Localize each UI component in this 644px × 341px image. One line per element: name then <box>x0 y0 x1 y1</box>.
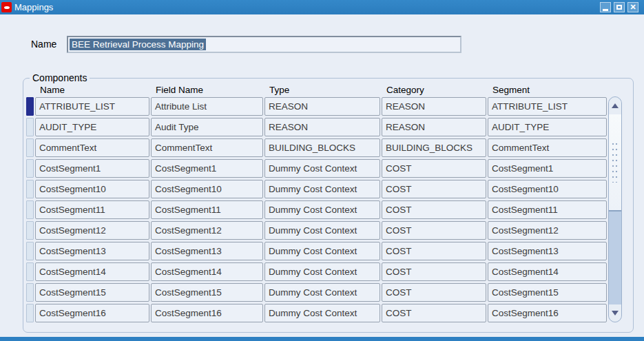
table-row: AUDIT_TYPE Audit Type REASON REASON AUDI… <box>26 118 607 136</box>
column-header-name: Name <box>40 85 65 95</box>
close-icon: ✕ <box>630 3 636 11</box>
cell-type[interactable]: REASON <box>264 118 380 136</box>
cell-field-name[interactable]: CostSegment11 <box>151 200 263 219</box>
cell-segment[interactable]: ATTRIBUTE_LIST <box>488 97 607 116</box>
cell-name[interactable]: CostSegment15 <box>35 283 149 302</box>
column-header-type: Type <box>269 85 289 95</box>
table-row: CostSegment15 CostSegment15 Dummy Cost C… <box>26 283 607 302</box>
vertical-scrollbar[interactable] <box>608 96 622 322</box>
cell-type[interactable]: REASON <box>264 97 380 116</box>
cell-category[interactable]: BUILDING_BLOCKS <box>382 138 486 157</box>
table-row: CommentText CommentText BUILDING_BLOCKS … <box>26 138 607 157</box>
record-selector[interactable] <box>26 242 34 260</box>
cell-name[interactable]: CostSegment11 <box>35 200 149 219</box>
cell-segment[interactable]: CostSegment12 <box>488 221 607 240</box>
scrollbar-grip-icon <box>612 143 619 183</box>
cell-name[interactable]: ATTRIBUTE_LIST <box>35 97 149 116</box>
cell-segment[interactable]: CostSegment11 <box>488 200 607 219</box>
record-selector[interactable] <box>26 304 34 322</box>
minimize-button[interactable] <box>600 2 611 12</box>
table-row: CostSegment11 CostSegment11 Dummy Cost C… <box>26 200 607 219</box>
cell-name[interactable]: AUDIT_TYPE <box>35 118 149 136</box>
cell-category[interactable]: COST <box>382 200 486 219</box>
cell-field-name[interactable]: Attribute List <box>151 97 263 116</box>
cell-category[interactable]: REASON <box>382 118 486 136</box>
cell-field-name[interactable]: CostSegment10 <box>151 180 263 198</box>
record-selector[interactable] <box>26 262 34 281</box>
cell-type[interactable]: Dummy Cost Context <box>264 180 380 198</box>
cell-category[interactable]: COST <box>382 262 486 281</box>
maximize-button[interactable] <box>614 2 625 12</box>
cell-field-name[interactable]: CostSegment14 <box>151 262 263 281</box>
cell-name[interactable]: CostSegment14 <box>35 262 149 281</box>
record-selector[interactable] <box>26 180 34 198</box>
oracle-logo-icon <box>1 2 12 12</box>
cell-name[interactable]: CommentText <box>35 138 149 157</box>
table-row: ATTRIBUTE_LIST Attribute List REASON REA… <box>26 97 607 116</box>
cell-segment[interactable]: AUDIT_TYPE <box>488 118 607 136</box>
cell-category[interactable]: COST <box>382 221 486 240</box>
name-field-label: Name <box>31 39 56 50</box>
column-header-category: Category <box>386 85 424 95</box>
cell-name[interactable]: CostSegment16 <box>35 304 149 322</box>
window-bottom-edge <box>0 337 644 341</box>
cell-field-name[interactable]: CostSegment1 <box>151 159 263 178</box>
cell-segment[interactable]: CostSegment1 <box>488 159 607 178</box>
cell-field-name[interactable]: CommentText <box>151 138 263 157</box>
table-row: CostSegment14 CostSegment14 Dummy Cost C… <box>26 262 607 281</box>
maximize-icon <box>616 5 622 10</box>
table-row: CostSegment10 CostSegment10 Dummy Cost C… <box>26 180 607 198</box>
cell-category[interactable]: REASON <box>382 97 486 116</box>
record-selector[interactable] <box>26 118 34 136</box>
scroll-up-button[interactable] <box>609 97 621 114</box>
cell-category[interactable]: COST <box>382 180 486 198</box>
record-selector[interactable] <box>26 283 34 302</box>
minimize-icon <box>603 9 608 11</box>
window-title: Mappings <box>14 0 53 14</box>
record-selector[interactable] <box>26 138 34 157</box>
cell-type[interactable]: Dummy Cost Context <box>264 304 380 322</box>
cell-field-name[interactable]: CostSegment15 <box>151 283 263 302</box>
window-controls: ✕ <box>600 2 638 12</box>
column-header-segment: Segment <box>492 85 530 95</box>
close-button[interactable]: ✕ <box>627 2 638 12</box>
cell-type[interactable]: Dummy Cost Context <box>264 200 380 219</box>
cell-name[interactable]: CostSegment13 <box>35 242 149 260</box>
cell-category[interactable]: COST <box>382 283 486 302</box>
cell-category[interactable]: COST <box>382 242 486 260</box>
scroll-down-button[interactable] <box>609 304 621 322</box>
cell-type[interactable]: BUILDING_BLOCKS <box>264 138 380 157</box>
scroll-down-icon <box>612 311 619 316</box>
cell-field-name[interactable]: Audit Type <box>151 118 263 136</box>
cell-segment[interactable]: CommentText <box>488 138 607 157</box>
name-input-selected-text: BEE Retrieval Process Mapping <box>70 39 206 50</box>
cell-name[interactable]: CostSegment12 <box>35 221 149 240</box>
cell-segment[interactable]: CostSegment16 <box>488 304 607 322</box>
cell-segment[interactable]: CostSegment14 <box>488 262 607 281</box>
record-selector[interactable] <box>26 221 34 240</box>
record-selector[interactable] <box>26 159 34 178</box>
window-titlebar[interactable]: Mappings ✕ <box>0 0 644 14</box>
cell-segment[interactable]: CostSegment10 <box>488 180 607 198</box>
cell-field-name[interactable]: CostSegment12 <box>151 221 263 240</box>
record-selector[interactable] <box>26 97 34 116</box>
cell-type[interactable]: Dummy Cost Context <box>264 221 380 240</box>
cell-category[interactable]: COST <box>382 304 486 322</box>
cell-name[interactable]: CostSegment1 <box>35 159 149 178</box>
cell-category[interactable]: COST <box>382 159 486 178</box>
name-input[interactable]: BEE Retrieval Process Mapping <box>67 36 461 53</box>
table-row: CostSegment16 CostSegment16 Dummy Cost C… <box>26 304 607 322</box>
record-selector[interactable] <box>26 200 34 219</box>
cell-type[interactable]: Dummy Cost Context <box>264 262 380 281</box>
cell-name[interactable]: CostSegment10 <box>35 180 149 198</box>
cell-field-name[interactable]: CostSegment16 <box>151 304 263 322</box>
table-row: CostSegment1 CostSegment1 Dummy Cost Con… <box>26 159 607 178</box>
cell-type[interactable]: Dummy Cost Context <box>264 283 380 302</box>
cell-type[interactable]: Dummy Cost Context <box>264 159 380 178</box>
cell-segment[interactable]: CostSegment13 <box>488 242 607 260</box>
table-row: CostSegment13 CostSegment13 Dummy Cost C… <box>26 242 607 260</box>
cell-field-name[interactable]: CostSegment13 <box>151 242 263 260</box>
cell-type[interactable]: Dummy Cost Context <box>264 242 380 260</box>
cell-segment[interactable]: CostSegment15 <box>488 283 607 302</box>
scrollbar-thumb[interactable] <box>609 114 621 211</box>
